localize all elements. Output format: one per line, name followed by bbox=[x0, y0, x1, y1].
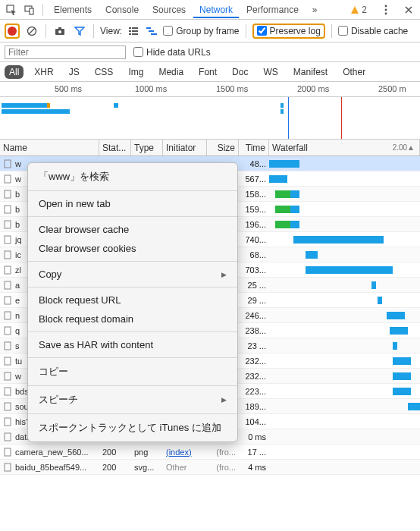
type-chip-other[interactable]: Other bbox=[338, 65, 370, 79]
timeline-ruler[interactable]: 500 ms 1000 ms 1500 ms 2000 ms 2500 m bbox=[0, 82, 420, 97]
col-time[interactable]: Time bbox=[239, 140, 269, 156]
capture-screenshot-icon[interactable] bbox=[52, 24, 67, 39]
view-list-icon[interactable] bbox=[127, 24, 140, 38]
tab-performance[interactable]: Performance bbox=[240, 2, 305, 18]
record-button[interactable] bbox=[5, 24, 20, 39]
svg-point-10 bbox=[58, 30, 61, 33]
file-icon bbox=[3, 311, 12, 320]
svg-rect-11 bbox=[129, 27, 131, 29]
clear-icon[interactable] bbox=[24, 24, 39, 39]
inspect-icon[interactable] bbox=[3, 2, 20, 18]
menu-item[interactable]: Block request URL bbox=[28, 291, 237, 309]
file-icon bbox=[3, 190, 12, 199]
svg-rect-32 bbox=[5, 342, 11, 350]
menu-item[interactable]: Save as HAR with content bbox=[28, 335, 237, 354]
file-icon bbox=[3, 250, 12, 259]
disable-cache-checkbox[interactable]: Disable cache bbox=[338, 26, 408, 36]
col-status[interactable]: Stat... bbox=[99, 140, 131, 156]
svg-rect-26 bbox=[5, 251, 11, 259]
type-chip-css[interactable]: CSS bbox=[90, 65, 118, 79]
menu-item[interactable]: Block request domain bbox=[28, 309, 237, 328]
file-icon bbox=[3, 235, 12, 244]
file-icon bbox=[3, 266, 12, 275]
warnings-count: 2 bbox=[362, 5, 367, 15]
tab-console[interactable]: Console bbox=[99, 2, 145, 18]
tab-network[interactable]: Network bbox=[193, 2, 239, 18]
svg-rect-37 bbox=[5, 418, 11, 426]
network-toolbar: View: Group by frame Preserve log Disabl… bbox=[0, 20, 420, 42]
type-chip-font[interactable]: Font bbox=[194, 65, 221, 79]
file-icon bbox=[3, 372, 12, 381]
svg-rect-39 bbox=[5, 448, 11, 456]
type-chip-doc[interactable]: Doc bbox=[227, 65, 252, 79]
group-by-frame-checkbox[interactable]: Group by frame bbox=[163, 26, 239, 36]
view-waterfall-icon[interactable] bbox=[145, 24, 158, 38]
devtools-tabbar: ElementsConsoleSourcesNetworkPerformance… bbox=[0, 0, 420, 20]
file-icon bbox=[3, 448, 12, 457]
svg-rect-21 bbox=[5, 175, 11, 183]
svg-rect-35 bbox=[5, 388, 11, 395]
close-devtools-icon[interactable] bbox=[400, 2, 417, 18]
type-chip-xhr[interactable]: XHR bbox=[30, 65, 58, 79]
type-chip-all[interactable]: All bbox=[5, 65, 24, 79]
svg-rect-9 bbox=[58, 27, 61, 30]
svg-rect-19 bbox=[151, 33, 157, 35]
file-icon bbox=[3, 432, 12, 441]
file-icon bbox=[3, 205, 12, 214]
svg-rect-38 bbox=[5, 433, 11, 441]
settings-menu-icon[interactable] bbox=[378, 2, 394, 18]
file-icon bbox=[3, 159, 12, 168]
file-icon bbox=[3, 326, 12, 335]
menu-item[interactable]: スポークントラックとして iTunes に追加 bbox=[28, 417, 237, 438]
menu-item[interactable]: Clear browser cookies bbox=[28, 239, 237, 258]
type-chip-manifest[interactable]: Manifest bbox=[289, 65, 332, 79]
svg-rect-13 bbox=[129, 30, 131, 32]
menu-item[interactable]: Open in new tab bbox=[28, 194, 237, 213]
menu-item[interactable]: Clear browser cache bbox=[28, 220, 237, 239]
filter-input[interactable] bbox=[5, 46, 126, 59]
type-filter-bar: AllXHRJSCSSImgMediaFontDocWSManifestOthe… bbox=[0, 62, 420, 82]
hide-data-urls-checkbox[interactable]: Hide data URLs bbox=[133, 47, 211, 58]
type-chip-media[interactable]: Media bbox=[154, 65, 188, 79]
col-waterfall[interactable]: Waterfall 2.00▲ bbox=[269, 140, 420, 156]
svg-rect-31 bbox=[5, 327, 11, 335]
svg-rect-29 bbox=[5, 297, 11, 304]
view-label: View: bbox=[100, 26, 122, 36]
tab-sources[interactable]: Sources bbox=[146, 2, 192, 18]
menu-item[interactable]: コピー bbox=[28, 361, 237, 382]
preserve-log-checkbox[interactable]: Preserve log bbox=[257, 26, 321, 36]
tab-elements[interactable]: Elements bbox=[48, 2, 98, 18]
filter-toggle-icon[interactable] bbox=[72, 24, 87, 39]
file-icon bbox=[3, 402, 12, 411]
table-header: Name Stat... Type Initiator Size Time Wa… bbox=[0, 140, 420, 156]
col-type[interactable]: Type bbox=[131, 140, 163, 156]
menu-item[interactable]: 「www」を検索 bbox=[28, 166, 237, 187]
svg-rect-23 bbox=[5, 206, 11, 213]
svg-rect-24 bbox=[5, 221, 11, 228]
menu-item[interactable]: スピーチ bbox=[28, 389, 237, 410]
file-icon bbox=[3, 357, 12, 366]
svg-rect-25 bbox=[5, 236, 11, 244]
menu-item[interactable]: Copy bbox=[28, 265, 237, 284]
table-row[interactable]: camera_new_560...200png(index)(fro...17 … bbox=[0, 445, 420, 460]
svg-rect-14 bbox=[132, 30, 138, 32]
svg-rect-16 bbox=[132, 33, 138, 35]
col-size[interactable]: Size bbox=[207, 140, 239, 156]
warnings-badge[interactable]: 2 bbox=[350, 5, 367, 15]
col-name[interactable]: Name bbox=[0, 140, 99, 156]
table-row[interactable]: baidu_85beaf549...200svg...Other(fro...4… bbox=[0, 460, 420, 475]
col-initiator[interactable]: Initiator bbox=[163, 140, 207, 156]
device-toggle-icon[interactable] bbox=[21, 2, 38, 18]
svg-rect-20 bbox=[5, 160, 11, 168]
tabs-overflow[interactable]: » bbox=[306, 2, 324, 18]
type-chip-ws[interactable]: WS bbox=[259, 65, 282, 79]
svg-rect-2 bbox=[30, 8, 33, 14]
svg-rect-15 bbox=[129, 33, 131, 35]
type-chip-img[interactable]: Img bbox=[124, 65, 148, 79]
file-icon bbox=[3, 220, 12, 229]
file-icon bbox=[3, 296, 12, 305]
timeline-overview[interactable] bbox=[0, 97, 420, 140]
svg-rect-28 bbox=[5, 281, 11, 289]
type-chip-js[interactable]: JS bbox=[64, 65, 84, 79]
context-menu: 「www」を検索Open in new tabClear browser cac… bbox=[27, 162, 238, 442]
